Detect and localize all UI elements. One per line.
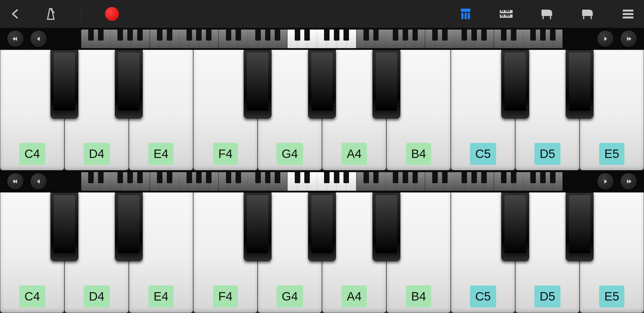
svg-rect-6 (501, 10, 502, 12)
back-button[interactable] (9, 7, 23, 21)
black-key-Ds4[interactable] (115, 192, 143, 261)
piano-2-icon[interactable] (580, 7, 595, 21)
svg-rect-12 (501, 14, 502, 17)
svg-rect-1 (461, 9, 471, 12)
svg-rect-8 (506, 10, 506, 12)
svg-rect-15 (507, 14, 508, 17)
toolbar-divider (81, 5, 82, 23)
fast-back-button[interactable] (7, 30, 24, 47)
svg-rect-18 (550, 16, 551, 19)
key-label: C5 (470, 285, 496, 307)
mini-keyboard-lower[interactable] (81, 172, 563, 191)
svg-rect-21 (623, 10, 634, 11)
step-back-button[interactable] (30, 173, 47, 190)
black-key-As4[interactable] (372, 192, 400, 261)
keyboard-section-upper: C4D4E4F4G4A4B4C5D5E5 (0, 28, 644, 170)
black-key-Ds5[interactable] (566, 50, 594, 119)
fast-forward-button[interactable] (620, 30, 637, 47)
key-label: E5 (599, 285, 624, 307)
black-key-Cs4[interactable] (50, 192, 78, 261)
svg-rect-20 (591, 16, 592, 19)
key-label: B4 (406, 143, 431, 165)
nav-row-upper (0, 28, 644, 50)
key-label: C4 (19, 285, 45, 307)
menu-icon[interactable] (621, 7, 635, 21)
key-label: G4 (276, 143, 303, 165)
black-key-Fs4[interactable] (244, 50, 272, 119)
top-toolbar (0, 0, 644, 28)
key-label: F4 (213, 285, 238, 307)
black-key-As4[interactable] (372, 50, 400, 119)
svg-rect-22 (623, 13, 634, 15)
key-label: C5 (470, 143, 496, 165)
svg-rect-13 (503, 14, 504, 17)
key-label: E5 (599, 143, 624, 165)
key-label: F4 (213, 143, 238, 165)
svg-rect-19 (583, 16, 584, 19)
svg-rect-9 (507, 10, 508, 12)
key-label: D4 (84, 285, 110, 307)
fast-back-button[interactable] (7, 173, 24, 190)
key-label: A4 (341, 285, 367, 307)
key-label: D5 (534, 285, 560, 307)
metronome-icon[interactable] (44, 7, 58, 21)
black-key-Fs4[interactable] (244, 192, 272, 261)
step-forward-button[interactable] (597, 173, 614, 190)
svg-rect-14 (506, 14, 506, 17)
key-label: G4 (276, 285, 303, 307)
keyboard-section-lower: C4D4E4F4G4A4B4C5D5E5 (0, 170, 644, 313)
key-label: B4 (406, 285, 431, 307)
key-label: E4 (148, 143, 173, 165)
black-key-Cs5[interactable] (501, 50, 529, 119)
key-label: C4 (19, 143, 45, 165)
svg-rect-23 (623, 17, 634, 18)
fast-forward-button[interactable] (620, 173, 637, 190)
playable-keys-upper: C4D4E4F4G4A4B4C5D5E5 (0, 50, 644, 170)
nav-row-lower (0, 170, 644, 192)
step-forward-button[interactable] (597, 30, 614, 47)
record-button[interactable] (105, 7, 119, 21)
svg-rect-4 (468, 13, 470, 19)
svg-rect-16 (509, 14, 510, 17)
playable-keys-lower: C4D4E4F4G4A4B4C5D5E5 (0, 192, 644, 313)
key-label: A4 (341, 143, 367, 165)
black-key-Cs4[interactable] (50, 50, 78, 119)
dual-mode-icon[interactable] (458, 7, 473, 21)
key-label: E4 (148, 285, 173, 307)
black-key-Gs4[interactable] (308, 192, 336, 261)
black-key-Ds5[interactable] (566, 192, 594, 261)
keyboard-layout-icon[interactable] (499, 7, 513, 21)
svg-rect-17 (542, 16, 544, 19)
svg-rect-7 (503, 10, 504, 12)
step-back-button[interactable] (30, 30, 47, 47)
black-key-Gs4[interactable] (308, 50, 336, 119)
mini-keyboard-upper[interactable] (81, 30, 563, 48)
key-label: D5 (534, 143, 560, 165)
key-label: D4 (84, 143, 110, 165)
svg-rect-10 (509, 10, 510, 12)
svg-rect-2 (461, 13, 463, 19)
piano-1-icon[interactable] (540, 7, 554, 21)
svg-rect-3 (464, 13, 466, 19)
black-key-Cs5[interactable] (501, 192, 529, 261)
black-key-Ds4[interactable] (115, 50, 143, 119)
